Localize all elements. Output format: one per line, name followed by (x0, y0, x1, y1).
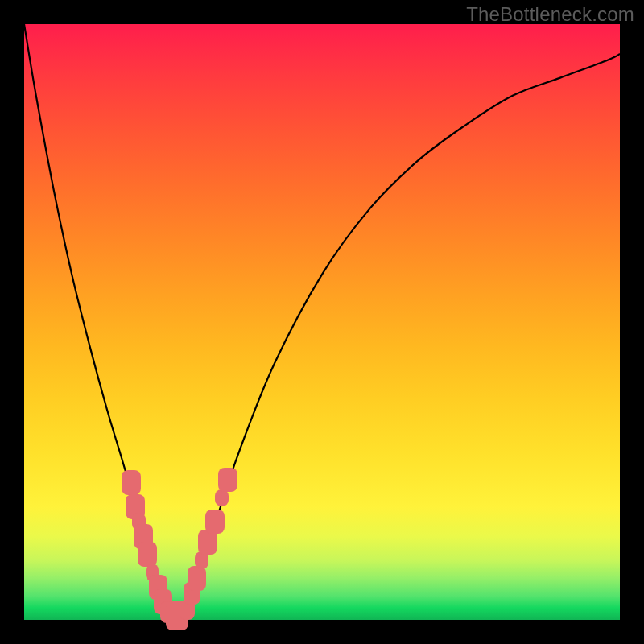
data-point (218, 468, 237, 493)
data-point (122, 470, 141, 495)
chart-stage: TheBottleneck.com (0, 0, 644, 644)
watermark-text: TheBottleneck.com (466, 3, 634, 26)
data-point (138, 542, 157, 567)
bottleneck-curve (24, 24, 620, 620)
plot-area (24, 24, 620, 620)
data-point (188, 566, 207, 591)
data-point (205, 510, 225, 535)
